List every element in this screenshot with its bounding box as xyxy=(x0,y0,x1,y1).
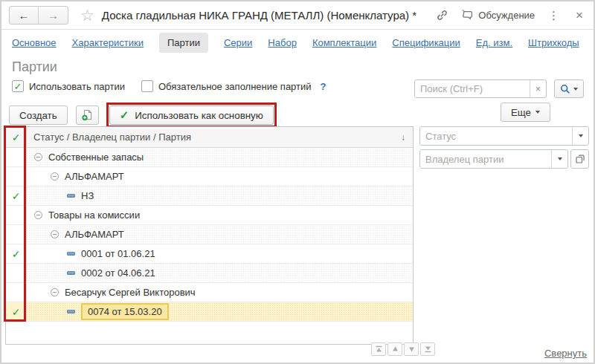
tab-4[interactable]: Серии xyxy=(224,37,252,48)
table-row[interactable]: Товары на комиссии xyxy=(6,206,413,225)
more-actions-label: Еще xyxy=(511,107,531,118)
section-heading: Партии xyxy=(12,59,57,75)
magnifier-icon xyxy=(560,84,570,94)
open-list-icon xyxy=(576,155,585,163)
create-button[interactable]: Создать xyxy=(9,105,68,125)
page-title: Доска гладильная НИКА ГРАНД (МЕТАЛЛ) (Но… xyxy=(102,9,416,22)
use-as-main-label: Использовать как основную xyxy=(135,110,263,121)
row-check-cell xyxy=(6,264,27,282)
table-row[interactable]: ✓ 0074 от 15.03.20 xyxy=(6,302,413,322)
row-check-cell xyxy=(6,167,27,186)
batch-item-icon xyxy=(67,310,75,313)
options-row: ✓ Использовать партии Обязательное запол… xyxy=(12,80,327,92)
table-row[interactable]: АЛЬФАМАРТ xyxy=(6,167,413,186)
header-check-cell: ✓ xyxy=(6,127,27,147)
get-link-icon[interactable] xyxy=(436,9,448,22)
collapse-node-icon[interactable] xyxy=(51,288,59,296)
batch-item-icon xyxy=(67,194,75,198)
table-toolbar: Создать ✓ Использовать как основную xyxy=(9,103,277,128)
tab-1[interactable]: Основное xyxy=(12,37,57,48)
check-icon: ✓ xyxy=(12,307,21,317)
use-batches-checkbox[interactable]: ✓ xyxy=(12,80,24,92)
more-actions-button[interactable]: Еще xyxy=(501,103,550,122)
dropdown-arrow-icon xyxy=(579,134,583,137)
back-button[interactable]: ← xyxy=(10,7,39,24)
check-icon: ✓ xyxy=(12,132,21,143)
owner-filter-input[interactable] xyxy=(420,150,551,168)
move-to-bottom-button[interactable] xyxy=(420,342,435,356)
search-field: × xyxy=(414,79,547,98)
move-to-top-button[interactable] xyxy=(371,342,386,356)
move-up-button[interactable] xyxy=(387,342,402,356)
table-header-row[interactable]: ✓ Статус / Владелец партии / Партия ↓ xyxy=(6,127,413,148)
owner-open-button[interactable] xyxy=(570,149,589,169)
tab-2[interactable]: Характеристики xyxy=(72,37,144,48)
row-check-cell: ✓ xyxy=(6,302,27,321)
row-check-cell xyxy=(6,206,27,224)
table-row[interactable]: АЛЬФАМАРТ xyxy=(6,225,413,244)
collapse-node-icon[interactable] xyxy=(51,172,59,181)
table-row[interactable]: Бесарчук Сергей Викторович xyxy=(6,283,413,302)
collapse-node-icon[interactable] xyxy=(34,211,42,219)
history-nav: ← → xyxy=(9,6,68,25)
row-check-cell xyxy=(6,148,27,166)
check-icon: ✓ xyxy=(12,249,21,259)
dropdown-arrow-icon xyxy=(558,157,562,160)
sort-descending-icon: ↓ xyxy=(401,132,413,143)
collapse-link[interactable]: Свернуть xyxy=(544,348,587,359)
forward-button[interactable]: → xyxy=(39,7,68,24)
batches-table: ✓ Статус / Владелец партии / Партия ↓ Со… xyxy=(5,126,414,345)
tab-8[interactable]: Ед. изм. xyxy=(476,37,512,48)
tab-3[interactable]: Партии xyxy=(159,33,208,53)
check-icon: ✓ xyxy=(120,108,129,122)
search-input[interactable] xyxy=(415,80,530,97)
more-dropdown-arrow-icon xyxy=(536,111,540,114)
use-as-main-button[interactable]: ✓ Использовать как основную xyxy=(109,105,274,125)
discussion-icon xyxy=(460,9,473,22)
status-filter xyxy=(419,126,589,146)
check-icon: ✓ xyxy=(12,191,21,201)
table-row[interactable]: 0002 от 04.06.21 xyxy=(6,264,413,283)
tab-5[interactable]: Набор xyxy=(268,37,297,48)
close-icon[interactable]: × xyxy=(573,8,586,23)
move-down-button[interactable] xyxy=(404,342,419,356)
mandatory-batches-checkbox[interactable] xyxy=(141,80,153,92)
status-dropdown-button[interactable] xyxy=(572,127,588,145)
tab-6[interactable]: Комплектации xyxy=(312,37,376,48)
batch-item-icon xyxy=(67,271,75,275)
tab-9[interactable]: Штрихкоды xyxy=(528,37,579,48)
favorite-star-icon[interactable]: ☆ xyxy=(80,7,94,23)
owner-dropdown-button[interactable] xyxy=(551,150,567,168)
batch-item-icon xyxy=(67,252,75,256)
more-menu-icon[interactable]: ⋮ xyxy=(547,9,561,22)
discussion-label: Обсуждение xyxy=(478,10,535,21)
status-filter-input[interactable] xyxy=(420,127,572,145)
row-check-cell xyxy=(6,283,27,302)
use-batches-label: Использовать партии xyxy=(29,81,125,92)
copy-document-icon xyxy=(81,109,93,121)
search-clear-icon[interactable]: × xyxy=(530,80,546,97)
annotation-box-use-as-main: ✓ Использовать как основную xyxy=(106,103,277,128)
row-navigation xyxy=(371,342,435,356)
row-check-cell: ✓ xyxy=(6,186,27,205)
search-button[interactable] xyxy=(554,79,584,98)
title-bar: ← → ☆ Доска гладильная НИКА ГРАНД (МЕТАЛ… xyxy=(1,1,594,30)
table-row[interactable]: ✓ 0001 от 01.06.21 xyxy=(6,244,413,264)
row-check-cell: ✓ xyxy=(6,244,27,263)
table-row[interactable]: Собственные запасы xyxy=(6,148,413,167)
search-dropdown-arrow-icon xyxy=(573,88,578,91)
owner-filter xyxy=(419,149,568,169)
filter-panel xyxy=(419,126,589,172)
collapse-node-icon[interactable] xyxy=(34,153,42,161)
table-body: Собственные запасы АЛЬФАМАРТ ✓ НЗ xyxy=(6,148,413,322)
tab-7[interactable]: Спецификации xyxy=(392,37,460,48)
table-header-title: Статус / Владелец партии / Партия xyxy=(27,131,401,143)
help-link[interactable]: ? xyxy=(321,81,327,92)
mandatory-batches-label: Обязательное заполнение партий xyxy=(158,81,312,92)
table-row[interactable]: ✓ НЗ xyxy=(6,186,413,206)
tab-bar: Основное Характеристики Партии Серии Наб… xyxy=(1,30,594,55)
create-by-copy-button[interactable] xyxy=(76,105,99,125)
collapse-node-icon[interactable] xyxy=(51,230,59,238)
discussion-control[interactable]: Обсуждение xyxy=(460,9,535,22)
app-window: ← → ☆ Доска гладильная НИКА ГРАНД (МЕТАЛ… xyxy=(0,0,595,364)
